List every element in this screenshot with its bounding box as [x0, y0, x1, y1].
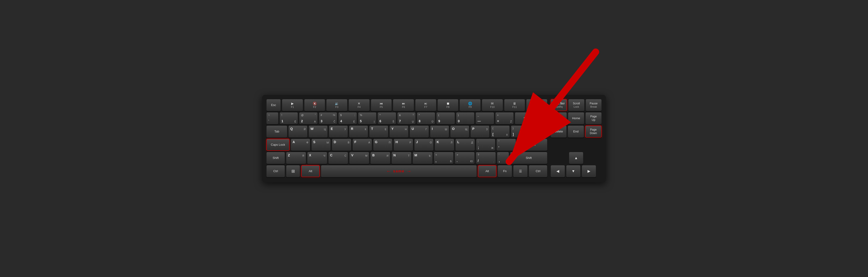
esc-key[interactable]: Esc [266, 99, 281, 111]
zxcv-row: Shift ZЯ XЧ CС [266, 152, 547, 164]
j-key[interactable]: JО [414, 139, 434, 151]
comma-key[interactable]: < ,Б [434, 152, 454, 164]
nav-third-row: Delete End Page Down [551, 126, 602, 138]
f3-key[interactable]: 🔉 F3 [326, 99, 347, 111]
f6-key[interactable]: ⏭ F6 [393, 99, 414, 111]
semicolon-key[interactable]: : ;Ж [476, 139, 496, 151]
right-bracket-key[interactable]: } ]Ъ [511, 126, 530, 138]
nav-top-row: Print Scr SysRq Scroll Lock Pause Break [551, 99, 602, 111]
backspace-key[interactable]: Backspace [515, 112, 547, 124]
left-bracket-key[interactable]: { [Х [491, 126, 510, 138]
page-up-key[interactable]: Page Up [585, 112, 602, 124]
i-key[interactable]: IШ [430, 126, 449, 138]
c-key[interactable]: CС [328, 152, 348, 164]
main-keyboard: Esc ▶ F1 🔇 F2 🔉 F3 [266, 99, 547, 177]
key-6[interactable]: ^ 6Š [378, 112, 396, 124]
w-key[interactable]: WЦ [309, 126, 328, 138]
pause-break-key[interactable]: Pause Break [586, 99, 602, 111]
f5-key[interactable]: ⏮ F5 [371, 99, 392, 111]
right-arrow-key[interactable]: ▶ [582, 165, 596, 177]
h-key[interactable]: HР [394, 139, 413, 151]
m-key[interactable]: MЬ [413, 152, 433, 164]
insert-key[interactable]: Insert [551, 112, 567, 124]
tab-key[interactable]: Tab [266, 126, 287, 138]
v-key[interactable]: VМ [349, 152, 369, 164]
win-key[interactable]: ⊞ [286, 165, 300, 177]
period-key[interactable]: > .Ю [455, 152, 475, 164]
f2-key[interactable]: 🔇 F2 [304, 99, 325, 111]
arrow-up-row: ▲ [551, 152, 602, 164]
o-key[interactable]: OЩ [450, 126, 469, 138]
keyboard-container: Esc ▶ F1 🔇 F2 🔉 F3 [262, 95, 606, 182]
key-8[interactable]: * 8Ū [417, 112, 435, 124]
z-key[interactable]: ZЯ [286, 152, 306, 164]
r-key[interactable]: RК [349, 126, 368, 138]
f1-key[interactable]: ▶ F1 [282, 99, 303, 111]
left-alt-key[interactable]: Alt [301, 165, 320, 177]
f8-key[interactable]: ⏹ F8 [437, 99, 459, 111]
right-shift-key[interactable]: Shift [510, 152, 547, 164]
f-key[interactable]: FА [352, 139, 372, 151]
spacebar-key[interactable]: ← same → [321, 165, 477, 177]
d-key[interactable]: DВ [332, 139, 351, 151]
spacer-right-arrow [585, 152, 599, 164]
x-key[interactable]: XЧ [307, 152, 327, 164]
u-key[interactable]: UГ [410, 126, 429, 138]
t-key[interactable]: TЕ [369, 126, 388, 138]
left-arrow-key[interactable]: ◀ [551, 165, 565, 177]
y-key[interactable]: YН [390, 126, 408, 138]
k-key[interactable]: KЛ [435, 139, 454, 151]
number-row: ~ ` ! 1Ё @" 2А #№ [266, 112, 547, 124]
key-1[interactable]: ! 1Ё [280, 112, 298, 124]
key-5[interactable]: % 5Į [358, 112, 376, 124]
extra-comma-key[interactable]: ' , [497, 152, 509, 164]
minus-key[interactable]: _ — [475, 112, 494, 124]
quote-key[interactable]: " ', [496, 139, 516, 151]
caps-lock-key[interactable]: Caps Lock [266, 139, 289, 151]
left-ctrl-key[interactable]: Ctrl [266, 165, 285, 177]
equals-key[interactable]: + =Ž [495, 112, 514, 124]
menu-key[interactable]: ☰ [513, 165, 528, 177]
key-2[interactable]: @" 2А [299, 112, 317, 124]
key-9[interactable]: ( 9 [436, 112, 455, 124]
key-0[interactable]: ) 0 [456, 112, 474, 124]
right-alt-key[interactable]: Alt [478, 165, 496, 177]
left-shift-key[interactable]: Shift [266, 152, 285, 164]
up-arrow-key[interactable]: ▲ [569, 152, 583, 164]
f12-key[interactable]: ⊡ F12 [526, 99, 547, 111]
arrow-keys: ▲ ◀ ▼ ▶ [551, 152, 602, 177]
home-key[interactable]: Home [568, 112, 584, 124]
n-key[interactable]: NТ [392, 152, 411, 164]
slash-key[interactable]: ? /. [476, 152, 496, 164]
page-down-key[interactable]: Page Down [585, 126, 602, 138]
delete-key[interactable]: Delete [551, 126, 566, 138]
f10-key[interactable]: ✉ F10 [482, 99, 503, 111]
qwerty-row: Tab QЙ WЦ EУ [266, 126, 547, 138]
l-key[interactable]: LД [455, 139, 475, 151]
f9-key[interactable]: 🌐 F9 [460, 99, 481, 111]
key-3[interactable]: #№ 3Č [319, 112, 337, 124]
print-scr-key[interactable]: Print Scr SysRq [551, 99, 567, 111]
e-key[interactable]: EУ [329, 126, 348, 138]
fn-key-row: Esc ▶ F1 🔇 F2 🔉 F3 [266, 99, 547, 111]
backslash-key[interactable]: | \ [531, 126, 547, 138]
f7-key[interactable]: ⏯ F7 [415, 99, 436, 111]
q-key[interactable]: QЙ [288, 126, 307, 138]
b-key[interactable]: BИ [370, 152, 390, 164]
enter-key[interactable]: Enter [517, 139, 547, 151]
tilde-key[interactable]: ~ ` [266, 112, 278, 124]
s-key[interactable]: SЫ [311, 139, 331, 151]
fn-key[interactable]: Fn [498, 165, 512, 177]
end-key[interactable]: End [568, 126, 584, 138]
f4-key[interactable]: ✕ F4 [348, 99, 370, 111]
scroll-lock-key[interactable]: Scroll Lock [568, 99, 584, 111]
right-ctrl-key[interactable]: Ctrl [529, 165, 547, 177]
a-key[interactable]: AФ [291, 139, 310, 151]
key-7[interactable]: &? 7Ų [397, 112, 416, 124]
p-key[interactable]: PЗ [470, 126, 490, 138]
down-arrow-key[interactable]: ▼ [566, 165, 581, 177]
keyboard-wrapper: Esc ▶ F1 🔇 F2 🔉 F3 [0, 90, 868, 187]
key-4[interactable]: $; 4Ė [338, 112, 357, 124]
g-key[interactable]: GП [373, 139, 393, 151]
f11-key[interactable]: 🖥 F11 [504, 99, 525, 111]
